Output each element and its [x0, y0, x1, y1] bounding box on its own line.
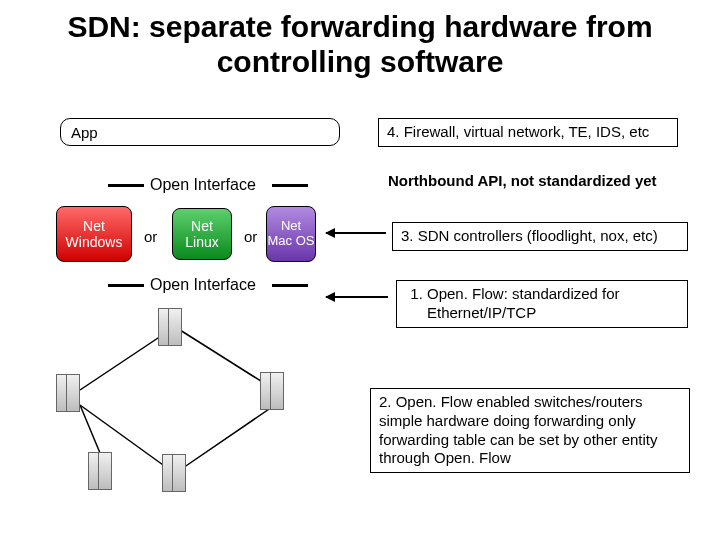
open-interface-lower: Open Interface	[150, 276, 256, 294]
connector-line	[272, 284, 308, 287]
switch-icon	[56, 372, 86, 414]
net-windows-box: Net Windows	[56, 206, 132, 262]
app-box: App	[60, 118, 340, 146]
slide-title: SDN: separate forwarding hardware from c…	[0, 0, 720, 83]
note-controllers: 3. SDN controllers (floodlight, nox, etc…	[392, 222, 688, 251]
note-firewall: 4. Firewall, virtual network, TE, IDS, e…	[378, 118, 678, 147]
note-openflow: Open. Flow: standardized for Ethernet/IP…	[396, 280, 688, 328]
note-list: Open. Flow: standardized for Ethernet/IP…	[405, 285, 679, 323]
connector-line	[108, 284, 144, 287]
os-label: Net Windows	[57, 218, 131, 250]
or-text: or	[244, 228, 257, 245]
net-mac-box: Net Mac OS	[266, 206, 316, 262]
or-text: or	[144, 228, 157, 245]
svg-line-0	[80, 330, 170, 390]
os-label: Net Mac OS	[267, 219, 315, 249]
switch-icon	[88, 450, 118, 492]
svg-line-3	[180, 405, 275, 470]
connector-line	[272, 184, 308, 187]
note-northbound: Northbound API, not standardized yet	[388, 172, 688, 189]
switch-icon	[260, 370, 290, 412]
switch-icon	[158, 306, 188, 348]
arrow-icon	[326, 296, 388, 298]
connector-line	[108, 184, 144, 187]
switch-icon	[162, 452, 192, 494]
note-switches: 2. Open. Flow enabled switches/routers s…	[370, 388, 690, 473]
open-interface-upper: Open Interface	[150, 176, 256, 194]
os-label: Net Linux	[173, 218, 231, 250]
net-linux-box: Net Linux	[172, 208, 232, 260]
app-label: App	[71, 124, 98, 141]
note-item: Open. Flow: standardized for Ethernet/IP…	[427, 285, 679, 323]
arrow-icon	[326, 232, 386, 234]
